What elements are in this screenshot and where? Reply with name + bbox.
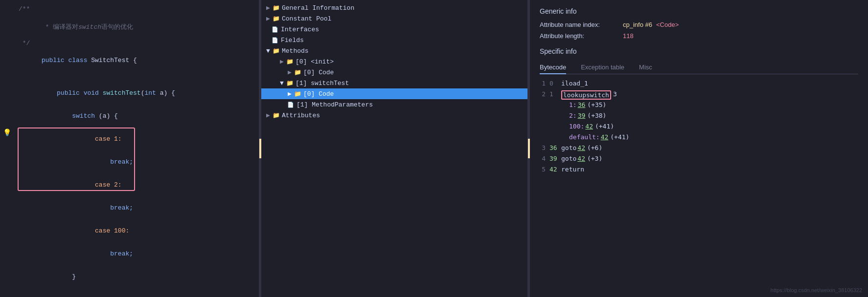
bc-line-3: 3 36 goto 42 (+6) bbox=[540, 144, 858, 154]
code-line-break2: break; bbox=[0, 196, 259, 219]
tree-label-init: [0] <init> bbox=[296, 58, 334, 65]
file-tree-panel: ▶ 📁 General Information ▶ 📁 Constant Poo… bbox=[261, 0, 528, 297]
folder-icon-init-code: 📁 bbox=[294, 68, 301, 76]
code-line-case1: case 1: bbox=[0, 127, 259, 150]
arrow-icon-cp: ▶ bbox=[265, 16, 271, 21]
bc-line-4: 4 39 goto 42 (+3) bbox=[540, 154, 858, 165]
attr-name-tag: <Code> bbox=[656, 21, 679, 28]
code-line-close-switch: } bbox=[0, 265, 259, 288]
divider-handle-left bbox=[259, 139, 261, 158]
tree-label-cp: Constant Pool bbox=[282, 15, 331, 22]
tree-item-switchtest[interactable]: ▼ 📁 [1] switchTest bbox=[261, 78, 527, 88]
lookupswitch-highlight: lookupswitch bbox=[561, 90, 611, 100]
folder-icon-switchtest: 📁 bbox=[286, 79, 294, 87]
folder-icon-methods: 📁 bbox=[272, 47, 280, 55]
tree-item-methods[interactable]: ▼ 📁 Methods bbox=[261, 45, 527, 56]
code-line-1: /** bbox=[0, 5, 259, 15]
url-watermark: https://blog.csdn.net/weixin_38106322 bbox=[771, 287, 862, 293]
tree-label-attributes: Attributes bbox=[282, 112, 320, 119]
arrow-icon-code: ▶ bbox=[287, 91, 293, 97]
bc-sub-1: 1: 36 (+35) bbox=[540, 101, 858, 111]
bc-sub-100: 100: 42 (+41) bbox=[540, 122, 858, 133]
generic-info-title: Generic info bbox=[540, 7, 858, 15]
arrow-icon-init: ▶ bbox=[279, 59, 285, 64]
bc-sub-2: 2: 39 (+38) bbox=[540, 111, 858, 122]
tree-label-methods: Methods bbox=[282, 47, 309, 55]
folder-icon-code: 📁 bbox=[294, 90, 301, 98]
tree-label-code: [0] Code bbox=[303, 90, 334, 98]
tree-label-init-code: [0] Code bbox=[303, 69, 334, 76]
tabs-row: Bytecode Exception table Misc bbox=[540, 61, 858, 74]
folder-icon-cp: 📁 bbox=[272, 15, 280, 22]
attr-length-row: Attribute length: 118 bbox=[540, 32, 858, 40]
code-line-4: public class SwitchTest { bbox=[0, 49, 259, 72]
attr-length-value: 118 bbox=[623, 32, 634, 40]
folder-icon-init: 📁 bbox=[286, 58, 294, 65]
tree-label-methodparams: [1] MethodParameters bbox=[297, 101, 373, 108]
tab-bytecode[interactable]: Bytecode bbox=[540, 61, 566, 74]
tree-label-switchtest: [1] switchTest bbox=[296, 80, 349, 87]
tree-item-constant-pool[interactable]: ▶ 📁 Constant Pool bbox=[261, 13, 527, 24]
file-icon-interfaces: 📄 bbox=[271, 25, 279, 33]
folder-icon-general: 📁 bbox=[272, 4, 280, 12]
specific-info-title: Specific info bbox=[540, 47, 858, 55]
tree-label-fields: Fields bbox=[281, 37, 304, 44]
tree-item-fields[interactable]: 📄 Fields bbox=[261, 35, 527, 45]
bc-line-2: 2 1 lookupswitch 3 bbox=[540, 90, 858, 101]
code-line-close-method: } bbox=[0, 288, 259, 297]
attr-name-value: cp_info #6 bbox=[623, 21, 652, 28]
code-line-case2: case 2: bbox=[0, 173, 259, 196]
divider-left[interactable] bbox=[259, 0, 261, 297]
tree-item-init-code[interactable]: ▶ 📁 [0] Code bbox=[261, 67, 527, 78]
code-line-break3: break; bbox=[0, 242, 259, 265]
file-icon-fields: 📄 bbox=[271, 36, 279, 44]
attr-length-label: Attribute length: bbox=[540, 32, 623, 40]
tree-item-init[interactable]: ▶ 📁 [0] <init> bbox=[261, 56, 527, 67]
lightbulb-icon: 💡 bbox=[3, 128, 11, 137]
tree-item-code-selected[interactable]: ▶ 📁 [0] Code bbox=[261, 88, 527, 99]
tree-item-attributes[interactable]: ▶ 📁 Attributes bbox=[261, 110, 527, 121]
tree-item-methodparams[interactable]: 📄 [1] MethodParameters bbox=[261, 99, 527, 110]
bytecode-content: 1 0 iload_1 2 1 lookupswitch 3 1: 36 (+3… bbox=[540, 79, 858, 176]
code-line-6: public void switchTest(int a) { bbox=[0, 82, 259, 105]
tree-label-interfaces: Interfaces bbox=[281, 26, 319, 33]
folder-icon-attributes: 📁 bbox=[272, 111, 280, 119]
code-line-7: switch (a) { bbox=[0, 105, 259, 127]
tree-item-interfaces[interactable]: 📄 Interfaces bbox=[261, 24, 527, 35]
bc-sub-default: default: 42 (+41) bbox=[540, 133, 858, 144]
arrow-icon-general: ▶ bbox=[265, 5, 271, 11]
specific-info-section: Specific info Bytecode Exception table M… bbox=[540, 47, 858, 176]
file-icon-methodparams: 📄 bbox=[287, 101, 295, 108]
code-line-case100: case 100: bbox=[0, 219, 259, 242]
arrow-icon-switchtest: ▼ bbox=[279, 80, 285, 86]
highlighted-code-region: 💡 case 1: break; case 2: bbox=[0, 127, 259, 265]
code-line-3: */ bbox=[0, 39, 259, 49]
code-line-2: * 编译器对switch语句的优化 bbox=[0, 15, 259, 39]
code-line-5 bbox=[0, 72, 259, 82]
tab-exception-table[interactable]: Exception table bbox=[581, 61, 624, 74]
code-line-break1: break; bbox=[0, 150, 259, 173]
tree-item-general[interactable]: ▶ 📁 General Information bbox=[261, 2, 527, 13]
bc-line-5: 5 42 return bbox=[540, 165, 858, 176]
tree-label-general: General Information bbox=[282, 4, 354, 12]
arrow-icon-init-code: ▶ bbox=[287, 69, 293, 75]
arrow-icon-methods: ▼ bbox=[265, 48, 271, 54]
attr-name-row: Attribute name index: cp_info #6 <Code> bbox=[540, 21, 858, 28]
info-panel: Generic info Attribute name index: cp_in… bbox=[530, 0, 868, 297]
attr-name-label: Attribute name index: bbox=[540, 21, 623, 28]
bc-line-1: 1 0 iload_1 bbox=[540, 79, 858, 90]
code-editor: /** * 编译器对switch语句的优化 */ public class Sw… bbox=[0, 0, 259, 297]
tab-misc[interactable]: Misc bbox=[639, 61, 652, 74]
arrow-icon-attributes: ▶ bbox=[265, 112, 271, 118]
